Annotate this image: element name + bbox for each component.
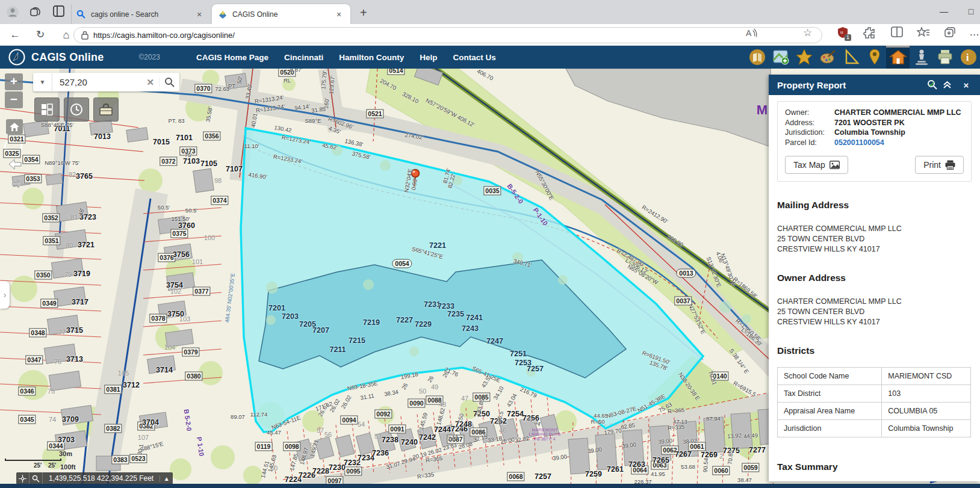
- url-text[interactable]: https://cagis.hamilton-co.org/cagisonlin…: [93, 31, 235, 40]
- locate-icon[interactable]: [863, 46, 886, 69]
- scale-metric-label: 30m: [59, 450, 72, 457]
- parcel-id-link[interactable]: 052001100054: [834, 138, 884, 148]
- settings-menu-icon[interactable]: ⋯: [968, 28, 980, 42]
- zoom-in-button[interactable]: +: [5, 73, 23, 90]
- adblock-extension-icon[interactable]: u 1: [837, 26, 849, 39]
- panel-close-icon[interactable]: ×: [958, 80, 974, 90]
- info-label: Jurisdiction:: [785, 128, 834, 138]
- toolbox-button[interactable]: [93, 97, 119, 122]
- sidebar-expander[interactable]: ›: [0, 281, 10, 309]
- info-label: Owner:: [785, 108, 834, 118]
- default-extent-button[interactable]: [6, 119, 23, 134]
- cagis-tab-favicon: [218, 10, 228, 19]
- districts-cell: Jurisdiction: [778, 420, 882, 437]
- app-title: CAGIS Online: [31, 51, 104, 64]
- print-icon[interactable]: [933, 46, 957, 69]
- search-icon[interactable]: [159, 77, 179, 87]
- previous-extent-button[interactable]: [8, 159, 22, 170]
- back-button[interactable]: ←: [8, 28, 22, 42]
- map-search-box[interactable]: ▼ 527,20 ✕: [33, 73, 179, 91]
- collections-icon[interactable]: [944, 26, 957, 38]
- search-input[interactable]: 527,20: [52, 77, 141, 87]
- districts-row: Tax District103: [778, 385, 971, 403]
- minimize-button[interactable]: —: [934, 2, 954, 20]
- tab-close-icon[interactable]: ×: [194, 10, 205, 19]
- crosshair-icon[interactable]: [16, 472, 29, 484]
- info-label: Address:: [785, 118, 834, 128]
- address-line: CRESTVIEW HILLS KY 41017: [777, 317, 972, 327]
- history-clock-button[interactable]: [64, 97, 89, 122]
- panel-collapse-icon[interactable]: [943, 81, 958, 89]
- svg-text:A: A: [746, 28, 752, 38]
- image-icon: [830, 161, 840, 169]
- cagis-header: CAGIS Online ©2023 CAGIS Home PageCincin…: [0, 46, 980, 69]
- info-value: 7201 WOOSTER PK: [834, 118, 905, 128]
- address-line: CHARTER COMMERCIAL MMP LLC: [777, 297, 972, 307]
- nav-link-cincinnati[interactable]: Cincinnati: [284, 53, 323, 62]
- tab-title: CAGIS Online: [232, 10, 278, 19]
- scale-imperial-label: 100ft: [60, 463, 76, 471]
- districts-cell: Tax District: [778, 385, 882, 403]
- refresh-button[interactable]: ↻: [34, 28, 47, 42]
- maximize-button[interactable]: □: [961, 2, 980, 20]
- street-view-icon[interactable]: [910, 46, 933, 69]
- districts-cell: COLUMBIA 05: [882, 403, 971, 420]
- coordinate-statusbar: 1,439,525.518 422,394.225 Feet ▲: [16, 472, 173, 484]
- tab-search[interactable]: cagis online - Search ×: [71, 4, 209, 24]
- cagis-logo: [8, 49, 25, 66]
- home-button[interactable]: ⌂: [60, 28, 73, 42]
- scale-tick-label: 25': [48, 462, 57, 469]
- extensions-puzzle-icon[interactable]: [863, 26, 875, 39]
- districts-row: JurisdictionColumbia Township: [778, 420, 971, 437]
- search-dropdown-caret[interactable]: ▼: [33, 73, 52, 91]
- property-report-panel: Property Report × Owner:CHARTER COMMERCI…: [769, 75, 980, 481]
- svg-text:i: i: [966, 52, 969, 63]
- scale-bar: [5, 459, 61, 461]
- basemap-gallery-icon[interactable]: [745, 46, 769, 69]
- bottom-strip: [0, 484, 980, 488]
- favorite-star-icon[interactable]: ☆: [803, 26, 812, 39]
- nav-link-contact-us[interactable]: Contact Us: [453, 53, 496, 62]
- split-screen-icon[interactable]: [891, 26, 903, 37]
- parcel-info-row: Address:7201 WOOSTER PK: [785, 118, 964, 128]
- panel-header: Property Report ×: [769, 75, 980, 95]
- tab-actions-icon[interactable]: [53, 5, 66, 19]
- panel-search-icon[interactable]: [927, 79, 943, 90]
- profile-avatar[interactable]: [6, 5, 19, 19]
- property-report-icon[interactable]: [886, 46, 910, 69]
- add-data-icon[interactable]: [769, 46, 792, 69]
- draw-icon[interactable]: [816, 46, 839, 69]
- print-button[interactable]: Print: [915, 156, 964, 174]
- mailing-address-heading: Mailing Address: [777, 200, 972, 211]
- owner-address-lines: CHARTER COMMERCIAL MMP LLC25 TOWN CENTER…: [777, 297, 972, 327]
- nav-link-cagis-home-page[interactable]: CAGIS Home Page: [196, 53, 268, 62]
- help-icon[interactable]: i: [957, 46, 980, 69]
- districts-cell: MARIEMONT CSD: [882, 368, 971, 385]
- basemap-switcher-button[interactable]: [34, 97, 60, 122]
- favorites-bar-icon[interactable]: [917, 26, 930, 39]
- zoom-out-button[interactable]: −: [5, 91, 23, 108]
- read-aloud-icon[interactable]: A: [744, 26, 757, 40]
- statusbar-collapse-icon[interactable]: ▲: [160, 475, 173, 482]
- districts-row: Appraisal Area NameCOLUMBIA 05: [778, 403, 971, 420]
- bookmarks-icon[interactable]: [792, 46, 816, 69]
- tax-map-button[interactable]: Tax Map: [785, 156, 848, 174]
- address-line: CHARTER COMMERCIAL MMP LLC: [777, 224, 972, 234]
- new-tab-button[interactable]: +: [360, 6, 367, 20]
- header-nav: CAGIS Home PageCincinnatiHamilton County…: [196, 53, 496, 62]
- address-bar[interactable]: https://cagis.hamilton-co.org/cagisonlin…: [73, 27, 822, 43]
- address-line: 25 TOWN CENTER BLVD: [777, 307, 972, 317]
- tab-close-icon[interactable]: ×: [333, 10, 344, 19]
- search-clear-icon[interactable]: ✕: [141, 77, 159, 88]
- scale-tick-label: 25': [34, 462, 42, 469]
- workspaces-icon[interactable]: [29, 5, 42, 19]
- statusbar-search-icon[interactable]: [29, 472, 43, 484]
- measure-icon[interactable]: [839, 46, 863, 69]
- tab-cagis-active[interactable]: CAGIS Online ×: [212, 4, 350, 24]
- info-label: Parcel Id:: [785, 138, 834, 148]
- districts-cell: Columbia Township: [882, 420, 971, 437]
- nav-link-help[interactable]: Help: [420, 53, 437, 62]
- tax-summary-heading: Tax Summary: [777, 462, 972, 472]
- next-extent-button[interactable]: [12, 179, 23, 188]
- nav-link-hamilton-county[interactable]: Hamilton County: [339, 53, 404, 62]
